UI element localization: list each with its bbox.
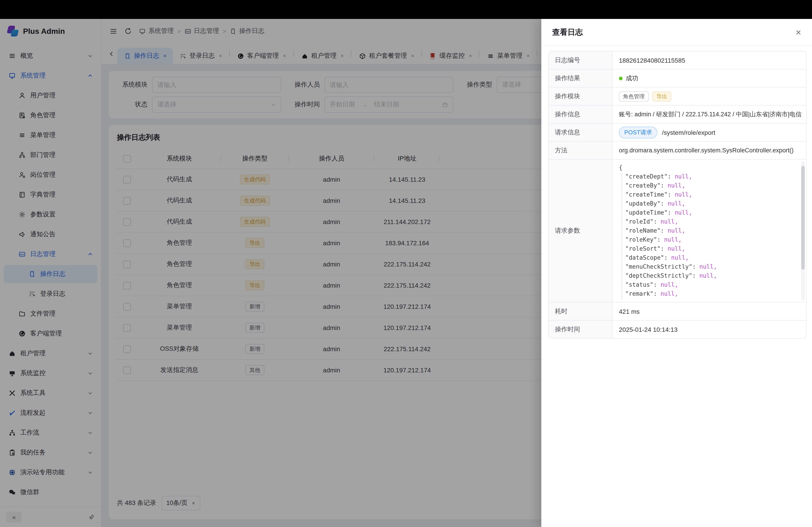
log-detail-table: 日志编号 1882612840802115585 操作结果 成功 操作模块 角色… xyxy=(548,51,807,338)
field-info: 操作信息 账号: admin / 研发部门 / 222.175.114.242 … xyxy=(549,105,806,123)
view-log-drawer: 查看日志 × 日志编号 1882612840802115585 操作结果 成功 … xyxy=(541,19,812,527)
action-tag: 导出 xyxy=(652,91,671,101)
field-result: 操作结果 成功 xyxy=(549,69,806,87)
field-params: 请求参数 { "createDept": null, "createBy": n… xyxy=(549,159,806,302)
field-module: 操作模块 角色管理 导出 xyxy=(549,87,806,105)
drawer-header: 查看日志 × xyxy=(541,19,812,46)
field-request: 请求信息 POST请求 /system/role/export xyxy=(549,123,806,141)
top-black-bar xyxy=(0,0,812,19)
drawer-body: 日志编号 1882612840802115585 操作结果 成功 操作模块 角色… xyxy=(541,46,812,338)
close-icon[interactable]: × xyxy=(796,27,801,37)
post-method-tag: POST请求 xyxy=(619,126,657,138)
indent-guide xyxy=(622,173,622,299)
request-params-json[interactable]: { "createDept": null, "createBy": null, … xyxy=(613,160,806,302)
field-duration: 耗时 421 ms xyxy=(549,302,806,320)
field-log-id: 日志编号 1882612840802115585 xyxy=(549,51,806,69)
request-path: /system/role/export xyxy=(662,129,715,136)
screen: Plus Admin 概览 系统管理 用户管理 xyxy=(0,0,812,527)
scrollbar-thumb[interactable] xyxy=(801,166,805,270)
drawer-title: 查看日志 xyxy=(552,27,583,37)
field-time: 操作时间 2025-01-24 10:14:13 xyxy=(549,320,806,338)
field-method: 方法 org.dromara.system.controller.system.… xyxy=(549,141,806,159)
success-dot xyxy=(619,76,623,80)
module-tag: 角色管理 xyxy=(619,91,649,101)
